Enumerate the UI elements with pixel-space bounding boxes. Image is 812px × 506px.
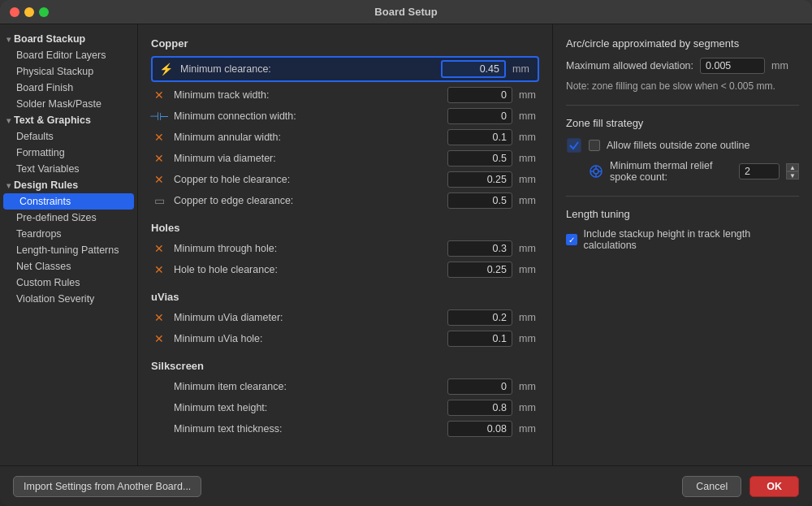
min-through-hole-input[interactable] — [447, 240, 512, 257]
include-stackup-row: ✓ Include stackup height in track length… — [566, 228, 799, 251]
max-deviation-row: Maximum allowed deviation: mm — [566, 58, 799, 74]
sidebar-item-violation-severity[interactable]: Violation Severity — [0, 291, 137, 307]
hole-clearance-input[interactable] — [447, 262, 512, 278]
spinner-controls[interactable]: ▲ ▼ — [786, 163, 799, 179]
ok-button[interactable]: OK — [749, 476, 799, 497]
sidebar-label-formatting: Formatting — [16, 147, 65, 158]
sidebar-label-physical-stackup: Physical Stackup — [16, 66, 93, 77]
min-track-icon: ✕ — [151, 87, 167, 103]
window-title: Board Setup — [374, 6, 437, 18]
min-clearance-input[interactable] — [441, 60, 506, 78]
sidebar-label-board-finish: Board Finish — [16, 82, 73, 93]
close-button[interactable] — [10, 7, 19, 17]
copper-hole-input[interactable] — [447, 171, 512, 188]
sidebar-item-length-tuning-patterns[interactable]: Length-tuning Patterns — [0, 242, 137, 258]
left-panel: Copper ⚡ Minimum clearance: mm ✕ Minimum… — [138, 24, 552, 465]
min-connection-input[interactable] — [447, 108, 512, 124]
min-connection-unit: mm — [519, 110, 539, 122]
sidebar-label-board-editor-layers: Board Editor Layers — [16, 50, 106, 61]
sidebar-item-board-stackup[interactable]: ▾ Board Stackup — [0, 31, 137, 47]
sidebar-label-text-graphics: Text & Graphics — [14, 115, 91, 126]
zone-fill-icon — [566, 137, 582, 154]
include-stackup-label: Include stackup height in track length c… — [584, 228, 799, 251]
sidebar-item-board-finish[interactable]: Board Finish — [0, 80, 137, 96]
silk-text-height-icon — [151, 400, 167, 416]
allow-fillets-checkbox[interactable] — [589, 140, 600, 151]
footer: Import Settings from Another Board... Ca… — [0, 465, 812, 506]
min-connection-icon: ⊣⊢ — [151, 108, 167, 124]
minimize-button[interactable] — [24, 7, 34, 17]
sidebar-item-formatting[interactable]: Formatting — [0, 145, 137, 161]
min-annular-unit: mm — [519, 132, 539, 143]
sidebar-item-design-rules[interactable]: ▾ Design Rules — [0, 177, 137, 193]
sidebar-item-text-variables[interactable]: Text Variables — [0, 161, 137, 177]
min-connection-label: Minimum connection width: — [174, 110, 441, 122]
maximize-button[interactable] — [39, 7, 49, 17]
sidebar-item-physical-stackup[interactable]: Physical Stackup — [0, 63, 137, 80]
sidebar-label-defaults: Defaults — [16, 131, 54, 142]
min-through-hole-icon: ✕ — [151, 240, 167, 257]
spinner-up[interactable]: ▲ — [786, 163, 799, 171]
chevron-icon: ▾ — [6, 181, 11, 190]
table-row: ⊣⊢ Minimum connection width: mm — [151, 108, 539, 124]
sidebar-item-net-classes[interactable]: Net Classes — [0, 258, 137, 275]
min-via-diam-icon: ✕ — [151, 150, 167, 167]
sidebar-item-solder-mask-paste[interactable]: Solder Mask/Paste — [0, 96, 137, 112]
sidebar-item-teardrops[interactable]: Teardrops — [0, 226, 137, 242]
silk-text-height-input[interactable] — [447, 400, 512, 416]
include-stackup-checkbox[interactable]: ✓ — [566, 234, 577, 245]
copper-edge-label: Copper to edge clearance: — [174, 195, 441, 206]
holes-section: Holes ✕ Minimum through hole: mm ✕ Hole … — [151, 222, 539, 278]
min-uvia-hole-icon: ✕ — [151, 331, 167, 347]
copper-edge-input[interactable] — [447, 192, 512, 209]
max-deviation-input[interactable] — [700, 58, 765, 74]
min-track-label: Minimum track width: — [174, 89, 441, 101]
table-row: ⚡ Minimum clearance: mm — [151, 56, 539, 82]
min-uvia-hole-input[interactable] — [447, 331, 512, 347]
sidebar-label-board-stackup: Board Stackup — [14, 33, 85, 45]
sidebar-item-pre-defined-sizes[interactable]: Pre-defined Sizes — [0, 210, 137, 226]
sidebar-item-custom-rules[interactable]: Custom Rules — [0, 275, 137, 291]
min-clearance-label: Minimum clearance: — [180, 63, 434, 75]
divider — [566, 105, 799, 106]
copper-hole-icon: ✕ — [151, 171, 167, 188]
table-row: ✕ Minimum track width: mm — [151, 87, 539, 103]
chevron-icon: ▾ — [6, 116, 11, 125]
copper-edge-icon: ▭ — [151, 192, 167, 209]
silkscreen-section: Silkscreen Minimum item clearance: mm Mi… — [151, 360, 539, 437]
table-row: ✕ Minimum uVia diameter: mm — [151, 309, 539, 326]
silk-clearance-icon — [151, 378, 167, 395]
sidebar-item-text-graphics[interactable]: ▾ Text & Graphics — [0, 112, 137, 128]
min-annular-input[interactable] — [447, 129, 512, 145]
silkscreen-title: Silkscreen — [151, 360, 539, 372]
table-row: ✕ Minimum uVia hole: mm — [151, 331, 539, 347]
min-via-unit: mm — [519, 153, 539, 164]
min-uvia-diam-input[interactable] — [447, 309, 512, 326]
traffic-lights — [10, 7, 49, 17]
thermal-relief-input[interactable] — [739, 163, 780, 179]
silk-text-thick-icon — [151, 421, 167, 437]
uvias-section: uVias ✕ Minimum uVia diameter: mm ✕ Mini… — [151, 291, 539, 347]
sidebar-item-board-editor-layers[interactable]: Board Editor Layers — [0, 47, 137, 63]
copper-hole-unit: mm — [519, 174, 539, 185]
spinner-down[interactable]: ▼ — [786, 171, 799, 179]
silk-text-height-label: Minimum text height: — [174, 402, 441, 413]
min-uvia-diam-unit: mm — [519, 312, 539, 323]
sidebar-item-constraints[interactable]: Constraints — [3, 193, 134, 210]
thermal-relief-label: Minimum thermal relief spoke count: — [610, 160, 732, 183]
min-via-input[interactable] — [447, 150, 512, 167]
min-via-label: Minimum via diameter: — [174, 153, 441, 164]
silk-text-thick-label: Minimum text thickness: — [174, 423, 441, 435]
sidebar-item-defaults[interactable]: Defaults — [0, 128, 137, 145]
min-track-input[interactable] — [447, 87, 512, 103]
sidebar-label-pre-defined-sizes: Pre-defined Sizes — [16, 212, 97, 223]
silk-text-height-unit: mm — [519, 402, 539, 413]
table-row: ✕ Minimum via diameter: mm — [151, 150, 539, 167]
silk-text-thick-unit: mm — [519, 423, 539, 435]
silk-clearance-input[interactable] — [447, 378, 512, 395]
right-panel: Arc/circle approximated by segments Maxi… — [552, 24, 812, 465]
cancel-button[interactable]: Cancel — [682, 476, 741, 497]
silk-text-thick-input[interactable] — [447, 421, 512, 437]
min-uvia-hole-label: Minimum uVia hole: — [174, 333, 441, 344]
import-button[interactable]: Import Settings from Another Board... — [13, 476, 201, 497]
